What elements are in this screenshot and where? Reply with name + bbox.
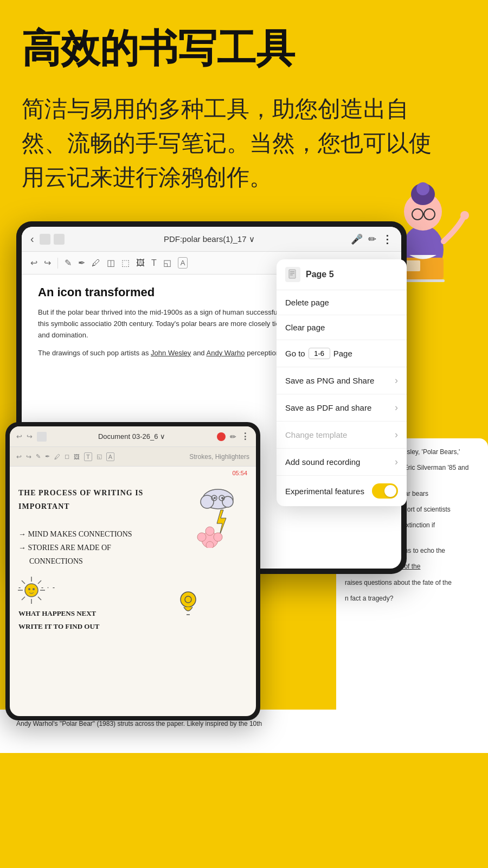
back-button[interactable]: ‹	[30, 233, 34, 245]
tablet-small: ↩ ↪ Document 03-26_6 ∨ ✏ ⋮ ↩ ↪ ✎ ✒ 🖊 ◻ 🖼…	[5, 422, 260, 720]
experimental-toggle[interactable]	[372, 483, 398, 499]
save-pdf-label: Save as PDF and share	[285, 403, 371, 412]
hw-line-5: CONNECTIONS	[18, 554, 247, 568]
font-icon[interactable]: A	[178, 257, 188, 269]
svg-line-33	[22, 580, 25, 584]
sd-redo[interactable]: ↪	[26, 453, 31, 461]
goto-label: Go to	[285, 349, 305, 358]
svg-point-3	[416, 182, 429, 195]
menu-header: Page 5	[277, 259, 407, 290]
svg-point-38	[33, 588, 35, 590]
main-toolbar: ‹ PDF:polar bears(1)_17 ∨ 🎤 ✏ ⋮	[22, 227, 401, 252]
small-more-button[interactable]: ⋮	[241, 431, 249, 442]
menu-item-goto: Go to Page	[277, 340, 407, 367]
sd-eraser[interactable]: ◻	[65, 453, 69, 460]
menu-item-save-pdf[interactable]: Save as PDF and share ›	[277, 394, 407, 422]
add-sound-chevron: ›	[395, 456, 398, 468]
small-doc-title[interactable]: Document 03-26_6 ∨	[51, 432, 213, 441]
peek-text-8: raises questions about the fate of the	[345, 578, 479, 588]
delete-page-label: Delete page	[285, 298, 329, 307]
marker-icon[interactable]: 🖊	[92, 258, 100, 268]
page-icon	[285, 267, 300, 282]
save-png-chevron: ›	[395, 375, 398, 386]
svg-point-27	[206, 541, 214, 548]
small-pen-icon[interactable]: ✏	[230, 432, 236, 441]
doodle-sun	[15, 574, 48, 609]
pen-icon[interactable]: ✏	[368, 233, 376, 245]
more-button[interactable]: ⋮	[382, 233, 393, 246]
small-redo[interactable]: ↪	[27, 432, 33, 441]
top-section: 高效的书写工具 简洁与易用的多种工具，助您创造出自然、流畅的手写笔记。当然，您也…	[0, 0, 488, 221]
svg-line-34	[38, 597, 41, 600]
svg-point-28	[25, 584, 38, 597]
svg-line-36	[22, 597, 25, 600]
svg-point-20	[214, 497, 216, 499]
sd-undo[interactable]: ↩	[16, 453, 22, 461]
menu-item-clear-page[interactable]: Clear page	[277, 315, 407, 340]
shape-icon[interactable]: ◱	[163, 258, 171, 268]
sd-pen[interactable]: ✎	[36, 453, 41, 460]
svg-rect-11	[289, 270, 296, 278]
undo-icon[interactable]: ↩	[30, 258, 37, 268]
selection-icon[interactable]: ⬚	[121, 258, 130, 268]
svg-rect-13	[290, 273, 294, 274]
andy-warhol-link[interactable]: Andy Warho	[207, 349, 245, 357]
small-drawing-bar: ↩ ↪ ✎ ✒ 🖊 ◻ 🖼 T ◱ A Strokes, Highlighter…	[10, 447, 256, 467]
hw-line-7: WHAT HAPPENS NEXT	[18, 607, 247, 620]
menu-item-save-png[interactable]: Save as PNG and Share ›	[277, 367, 407, 394]
fountain-pen-icon[interactable]: ✒	[78, 258, 85, 268]
highlighter-icon[interactable]: ◫	[107, 258, 115, 268]
svg-point-17	[222, 496, 233, 507]
peek-text-9: n fact a tragedy?	[345, 593, 479, 604]
menu-item-change-template[interactable]: Change template ›	[277, 422, 407, 449]
svg-point-39	[181, 592, 196, 607]
grid-icons	[40, 234, 65, 245]
change-template-label: Change template	[285, 430, 347, 439]
small-undo[interactable]: ↩	[16, 432, 22, 441]
sd-image[interactable]: 🖼	[74, 454, 80, 460]
svg-point-24	[206, 527, 214, 535]
doodle-cloud	[185, 483, 245, 550]
svg-point-21	[221, 497, 223, 499]
experimental-label: Experimental features	[285, 487, 364, 496]
context-menu: Page 5 Delete page Clear page Go to Page	[277, 259, 407, 506]
text-box-icon[interactable]: T	[151, 258, 157, 268]
menu-item-experimental[interactable]: Experimental features	[277, 476, 407, 506]
page-title: 高效的书写工具	[22, 27, 466, 70]
sd-font[interactable]: A	[106, 452, 114, 461]
svg-point-37	[28, 588, 30, 590]
doc-title[interactable]: PDF:polar bears(1)_17 ∨	[73, 234, 345, 244]
hw-line-8: WRITE IT TO FIND OUT	[18, 620, 247, 633]
mic-icon[interactable]: 🎤	[351, 233, 363, 245]
menu-item-add-sound[interactable]: Add sound recording ›	[277, 449, 407, 476]
sd-fountain[interactable]: ✒	[45, 453, 50, 460]
image-icon[interactable]: 🖼	[136, 258, 145, 268]
john-wesley-link[interactable]: John Wesley	[151, 349, 191, 357]
hw-line-6: - · - · - · -	[18, 582, 247, 594]
save-pdf-chevron: ›	[395, 402, 398, 413]
sd-marker[interactable]: 🖊	[54, 454, 60, 460]
menu-item-delete-page[interactable]: Delete page	[277, 290, 407, 315]
svg-rect-12	[290, 271, 294, 272]
redo-icon[interactable]: ↪	[44, 258, 51, 268]
svg-rect-14	[290, 275, 293, 276]
svg-point-26	[214, 533, 222, 541]
change-template-chevron: ›	[395, 429, 398, 441]
pencil-icon[interactable]: ✎	[65, 258, 72, 268]
small-record-button[interactable]	[217, 432, 226, 441]
svg-point-25	[197, 533, 206, 541]
strokes-label: Strokes, Highlighters	[189, 453, 249, 461]
doodle-gear	[175, 588, 202, 620]
sd-shape[interactable]: ◱	[97, 453, 102, 460]
svg-point-9	[460, 211, 469, 220]
device-section: ‹ PDF:polar bears(1)_17 ∨ 🎤 ✏ ⋮ ↩ ↪ ✎ ✒ …	[0, 221, 488, 710]
goto-page-label: Page	[333, 349, 352, 358]
sd-text[interactable]: T	[84, 452, 92, 461]
menu-page-title: Page 5	[306, 270, 334, 279]
save-png-label: Save as PNG and Share	[285, 376, 374, 385]
goto-input[interactable]	[309, 348, 330, 359]
small-grid-icon	[37, 432, 47, 442]
divider-1	[57, 258, 58, 269]
goto-group: Go to Page	[285, 348, 352, 359]
clear-page-label: Clear page	[285, 323, 325, 332]
